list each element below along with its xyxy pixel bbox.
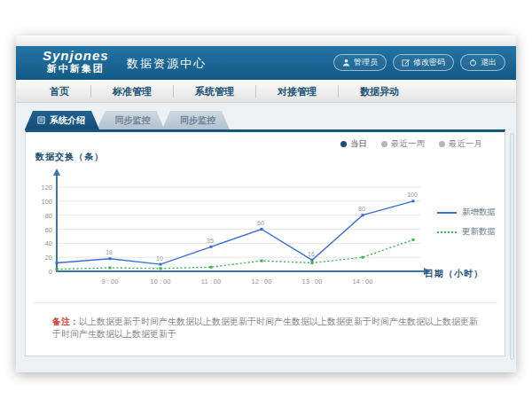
scrollbar[interactable] [510, 133, 514, 360]
tab-system-intro-label: 系统介绍 [50, 115, 85, 125]
series-update-data-point [160, 267, 162, 270]
point-label: 80 [358, 206, 365, 212]
point-label: 16 [308, 251, 315, 257]
point-label: 18 [106, 249, 113, 255]
chart-legend: 新增数据 更新数据 [437, 207, 496, 246]
change-password-button[interactable]: 修改密码 [393, 54, 454, 71]
user-icon [342, 59, 350, 66]
tab-sync-monitor-1[interactable]: 同步监控 [97, 111, 164, 129]
footnote: 备注：以上数据更新于时间产生数据以上数据更新于时间产生数据以上数据更新于时间产生… [33, 302, 497, 340]
y-tick-label: 100 [41, 198, 52, 206]
y-tick-label: 60 [45, 226, 52, 234]
admin-user-button[interactable]: 管理员 [333, 54, 387, 71]
series-new-data-point [362, 214, 364, 216]
series-update-data-point [210, 266, 213, 269]
nav-item-standard-mgmt[interactable]: 标准管理 [90, 85, 173, 98]
point-label: 35 [207, 238, 214, 244]
point-label: 100 [407, 192, 418, 198]
point-label: 10 [156, 255, 163, 262]
series-update-data-point [362, 256, 364, 259]
tab-sync-monitor-2-label: 同步监控 [180, 115, 215, 125]
logout-button[interactable]: 退出 [460, 54, 505, 71]
point-label: 60 [257, 220, 264, 226]
y-axis-arrow-icon [53, 168, 60, 176]
document-icon [37, 112, 45, 131]
legend-update-data-label: 更新数据 [462, 226, 496, 238]
nav-item-interface-mgmt[interactable]: 对接管理 [255, 85, 338, 98]
series-new-data-point [56, 262, 59, 264]
userbar: 管理员 修改密码 退出 [333, 54, 505, 71]
nav-item-home[interactable]: 首页 [28, 85, 90, 98]
content-area: 系统介绍 同步监控 同步监控 当日 最近一周 [16, 103, 516, 372]
window-top-strip [16, 35, 516, 46]
logout-label: 退出 [481, 57, 497, 68]
series-update-data-point [412, 239, 415, 241]
series-update-data-point [261, 260, 263, 262]
power-icon [469, 59, 477, 66]
brand-logo: Synjones 新中新集团 [43, 49, 109, 74]
footnote-label: 备注： [52, 317, 79, 326]
x-tick-label: 9 : 00 [102, 278, 119, 286]
series-update-data-point [311, 262, 314, 264]
chart-panel: 当日 最近一周 最近一月 数据交换（条） 0204060801001209 : … [25, 129, 505, 356]
y-tick-label: 20 [45, 254, 52, 262]
series-new-data-point [210, 246, 213, 248]
x-tick-label: 10 : 00 [151, 278, 171, 286]
radio-icon [381, 141, 387, 147]
y-tick-label: 0 [49, 268, 52, 276]
page-title: 数据资源中心 [127, 46, 207, 80]
admin-user-label: 管理员 [354, 57, 378, 68]
x-tick-label: 12 : 00 [252, 278, 272, 286]
x-tick-label: 13 : 00 [302, 278, 323, 286]
legend-new-data: 新增数据 [437, 207, 496, 218]
edit-icon [402, 59, 410, 66]
tab-sync-monitor-1-label: 同步监控 [114, 115, 150, 125]
series-new-data-point [311, 259, 314, 262]
filter-today[interactable]: 当日 [340, 138, 367, 150]
radio-icon [439, 141, 445, 147]
line-chart: 0204060801001209 : 0010 : 0011 : 0012 : … [32, 168, 449, 292]
series-new-data-point [261, 228, 263, 231]
chart-x-axis-title: 日期（小时） [425, 268, 483, 280]
series-new-data-point [160, 263, 162, 266]
app-header: Synjones 新中新集团 数据资源中心 管理员 修改密码 [16, 46, 516, 80]
chart-y-axis-title: 数据交换（条） [35, 151, 104, 163]
nav-item-data-change[interactable]: 数据异动 [338, 85, 420, 98]
radio-selected-icon [340, 141, 347, 147]
series-update-data-point [109, 267, 112, 270]
x-tick-label: 11 : 00 [201, 278, 221, 286]
app-window: Synjones 新中新集团 数据资源中心 管理员 修改密码 [16, 35, 516, 372]
exchange-chart-svg: 0204060801001209 : 0010 : 0011 : 0012 : … [32, 168, 449, 292]
y-tick-label: 80 [45, 212, 52, 220]
nav-item-system-mgmt[interactable]: 系统管理 [173, 85, 255, 98]
legend-update-data: 更新数据 [437, 226, 496, 238]
footnote-text: 以上数据更新于时间产生数据以上数据更新于时间产生数据以上数据更新于时间产生数据以… [52, 317, 478, 339]
series-new-data-point [412, 200, 415, 202]
page: Synjones 新中新集团 数据资源中心 管理员 修改密码 [0, 0, 532, 399]
x-tick-label: 14 : 00 [353, 278, 373, 286]
brand-logo-cn: 新中新集团 [43, 63, 109, 74]
series-update-data-point [56, 268, 59, 270]
tab-sync-monitor-2[interactable]: 同步监控 [162, 111, 230, 129]
filter-last-month[interactable]: 最近一月 [439, 138, 482, 150]
y-tick-label: 40 [45, 239, 52, 247]
series-new-data-point [109, 257, 112, 260]
filter-last-week-label: 最近一周 [391, 138, 425, 150]
brand-logo-script: Synjones [43, 49, 109, 63]
filter-last-month-label: 最近一月 [449, 138, 482, 150]
y-tick-label: 120 [41, 184, 52, 192]
dotted-line-swatch-icon [437, 231, 457, 233]
change-password-label: 修改密码 [413, 57, 445, 68]
filter-today-label: 当日 [350, 138, 367, 150]
legend-new-data-label: 新增数据 [462, 207, 496, 218]
filter-last-week[interactable]: 最近一周 [381, 138, 425, 150]
solid-line-swatch-icon [437, 212, 457, 214]
tab-system-intro[interactable]: 系统介绍 [25, 111, 99, 129]
time-range-filters: 当日 最近一周 最近一月 [340, 138, 482, 150]
main-nav: 首页 标准管理 系统管理 对接管理 数据异动 [16, 80, 516, 103]
tab-strip: 系统介绍 同步监控 同步监控 [25, 111, 223, 129]
